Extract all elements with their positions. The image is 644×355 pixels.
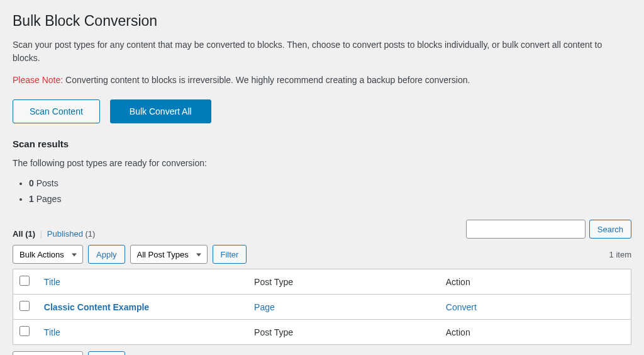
primary-button-row: Scan Content Bulk Convert All [13, 99, 631, 123]
ready-text: The following post types are ready for c… [13, 158, 631, 168]
pages-label: Pages [34, 194, 62, 204]
apply-button-bottom[interactable]: Apply [88, 351, 125, 355]
row-check-cell [13, 295, 38, 320]
select-all-checkbox-top[interactable] [19, 276, 30, 286]
column-action-footer: Action [440, 320, 631, 345]
bulk-actions-select-wrap: Bulk Actions [13, 245, 83, 264]
ready-list-item-pages: 1 Pages [29, 191, 631, 207]
table-row: Classic Content Example Page Convert [13, 295, 631, 320]
status-filter-links: All (1) | Published (1) [13, 229, 95, 239]
select-all-footer [13, 320, 38, 345]
posts-count: 0 [29, 178, 34, 188]
warning-label: Please Note: [13, 75, 63, 85]
row-posttype-cell: Page [248, 295, 440, 320]
item-count-top: 1 item [609, 250, 631, 259]
intro-text: Scan your post types for any content tha… [13, 38, 631, 65]
filter-published-count: (1) [86, 229, 96, 239]
select-all-header [13, 269, 38, 295]
search-box: Search [466, 220, 631, 239]
pages-count: 1 [29, 194, 34, 204]
row-title-cell: Classic Content Example [38, 295, 248, 320]
scan-results-heading: Scan results [13, 138, 631, 149]
filter-all-link[interactable]: All (1) [13, 229, 38, 239]
row-checkbox[interactable] [19, 301, 30, 311]
filter-button[interactable]: Filter [213, 245, 247, 264]
bulk-actions-select[interactable]: Bulk Actions [13, 245, 83, 264]
row-posttype-link[interactable]: Page [254, 302, 275, 312]
column-posttype-footer: Post Type [248, 320, 440, 345]
post-types-select-wrap: All Post Types [130, 245, 208, 264]
post-types-select[interactable]: All Post Types [130, 245, 208, 264]
posts-label: Posts [34, 178, 58, 188]
bulk-actions-select-bottom[interactable]: Bulk Actions [13, 351, 83, 355]
scan-content-button[interactable]: Scan Content [13, 99, 100, 123]
column-title-footer[interactable]: Title [38, 320, 248, 345]
filter-separator: | [40, 229, 42, 239]
tablenav-top: Bulk Actions Apply All Post Types Filter… [13, 245, 631, 264]
row-title-link[interactable]: Classic Content Example [44, 302, 149, 312]
row-action-cell: Convert [440, 295, 631, 320]
results-table: Title Post Type Action Classic Content E… [13, 269, 631, 345]
page-title: Bulk Block Conversion [13, 13, 631, 30]
search-button[interactable]: Search [589, 220, 631, 239]
subsub-search-row: All (1) | Published (1) Search [13, 220, 631, 239]
bulk-convert-all-button[interactable]: Bulk Convert All [110, 99, 211, 123]
warning-text: Please Note: Converting content to block… [13, 74, 631, 87]
tablenav-bottom: Bulk Actions Apply 1 item [13, 351, 631, 355]
ready-list-item-posts: 0 Posts [29, 176, 631, 191]
bulk-actions-select-wrap-bottom: Bulk Actions [13, 351, 83, 355]
column-title-header[interactable]: Title [38, 269, 248, 295]
column-action-header: Action [440, 269, 631, 295]
tablenav-top-left: Bulk Actions Apply All Post Types Filter [13, 245, 247, 264]
filter-all-label: All [13, 229, 23, 239]
filter-all-count: (1) [25, 229, 35, 239]
tablenav-bottom-left: Bulk Actions Apply [13, 351, 125, 355]
ready-list: 0 Posts 1 Pages [13, 176, 631, 207]
table-header-row: Title Post Type Action [13, 269, 631, 295]
row-action-link[interactable]: Convert [446, 302, 477, 312]
table-footer-row: Title Post Type Action [13, 320, 631, 345]
column-posttype-header: Post Type [248, 269, 440, 295]
filter-published-label: Published [47, 229, 83, 239]
warning-body: Converting content to blocks is irrevers… [63, 75, 470, 85]
select-all-checkbox-bottom[interactable] [19, 326, 30, 336]
search-input[interactable] [466, 220, 586, 239]
filter-published-link[interactable]: Published [47, 229, 86, 239]
apply-button-top[interactable]: Apply [88, 245, 125, 264]
